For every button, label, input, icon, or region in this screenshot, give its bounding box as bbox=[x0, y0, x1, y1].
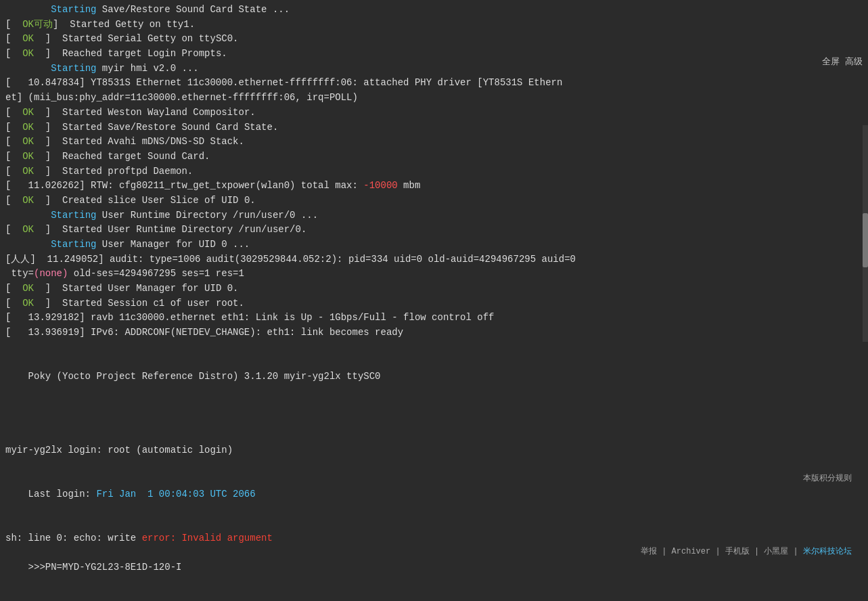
board-rules-label[interactable]: 本版积分规则 bbox=[803, 472, 852, 485]
terminal-line: Starting Save/Restore Sound Card State .… bbox=[5, 3, 863, 18]
line-text: [ bbox=[5, 107, 22, 118]
line-text: [ 13.936919] IPv6: ADDRCONF(NETDEV_CHANG… bbox=[5, 327, 403, 338]
line-text bbox=[5, 210, 51, 221]
terminal-line: myir-yg2lx login: root (automatic login) bbox=[5, 443, 863, 458]
terminal-line: [ OK ] Reached target Login Prompts. bbox=[5, 47, 863, 62]
line-text: ] Reached target Login Prompts. bbox=[34, 48, 227, 59]
terminal-line: [ OK ] Started Save/Restore Sound Card S… bbox=[5, 120, 863, 135]
line-text: ] Started proftpd Daemon. bbox=[34, 166, 193, 177]
line-text: >>>PN=MYD-YG2L23-8E1D-120-I bbox=[28, 562, 182, 573]
starting-keyword: Starting bbox=[51, 239, 96, 250]
last-login-date: Fri Jan 1 00:04:03 UTC 2066 bbox=[96, 489, 255, 499]
overlay-fullscreen-label[interactable]: 全屏 高级 bbox=[822, 55, 863, 68]
terminal-line: [ 13.936919] IPv6: ADDRCONF(NETDEV_CHANG… bbox=[5, 326, 863, 340]
line-text: ] Started Save/Restore Sound Card State. bbox=[34, 122, 278, 133]
terminal-line: Starting User Runtime Directory /run/use… bbox=[5, 208, 863, 223]
terminal-line: [ OK ] Started Weston Wayland Compositor… bbox=[5, 106, 863, 120]
line-text: ] Started Avahi mDNS/DNS-SD Stack. bbox=[34, 136, 244, 147]
ok-status: OK bbox=[22, 166, 34, 177]
terminal-line: et] (mii_bus:phy_addr=11c30000.ethernet-… bbox=[5, 91, 863, 106]
ok-status: OK bbox=[22, 298, 34, 309]
ok-status: OK bbox=[22, 107, 34, 118]
starting-keyword: Starting bbox=[51, 210, 96, 221]
terminal-line: [ 10.847834] YT8531S Ethernet 11c30000.e… bbox=[5, 76, 863, 91]
ok-status: OK bbox=[22, 195, 34, 206]
line-text: Poky (Yocto Project Reference Distro) 3.… bbox=[28, 371, 381, 382]
tty-value: (none) bbox=[34, 268, 68, 279]
line-text: tty= bbox=[5, 268, 34, 279]
ok-status: OK bbox=[22, 151, 34, 162]
line-text: sh: line 0: echo: write bbox=[5, 533, 142, 543]
line-text: [ 13.929182] ravb 11c30000.ethernet eth1… bbox=[5, 312, 495, 323]
line-text: User Runtime Directory /run/user/0 ... bbox=[96, 210, 318, 221]
ok-kanji: 可动 bbox=[34, 19, 53, 30]
terminal-line bbox=[5, 428, 863, 443]
line-text: [ bbox=[5, 283, 22, 294]
terminal-line: tty=(none) old-ses=4294967295 ses=1 res=… bbox=[5, 267, 863, 282]
ok-status: OK bbox=[22, 48, 34, 59]
terminal-line: Last login: Fri Jan 1 00:04:03 UTC 2066 … bbox=[5, 472, 863, 531]
line-text: [ bbox=[5, 151, 22, 162]
line-text: mbm bbox=[398, 180, 421, 191]
terminal-line: Starting myir hmi v2.0 ... bbox=[5, 62, 863, 76]
line-text: [ bbox=[5, 166, 22, 177]
line-text bbox=[5, 63, 51, 74]
line-text: et] (mii_bus:phy_addr=11c30000.ethernet-… bbox=[5, 92, 358, 103]
terminal-line: [ OK ] Started Session c1 of user root. bbox=[5, 296, 863, 311]
terminal-window: Starting Save/Restore Sound Card State .… bbox=[0, 0, 868, 601]
line-text: User Manager for UID 0 ... bbox=[96, 239, 250, 250]
terminal-line: [ OK ] Started User Runtime Directory /r… bbox=[5, 223, 863, 238]
terminal-line: [ OK ] Started User Manager for UID 0. bbox=[5, 282, 863, 296]
line-text: ] Started User Manager for UID 0. bbox=[34, 283, 238, 294]
terminal-line: >>>PN=MYD-YG2L23-8E1D-120-I 举报 | Archive… bbox=[5, 546, 863, 601]
terminal-line: Starting User Manager for UID 0 ... bbox=[5, 238, 863, 252]
terminal-line: [人人] 11.249052] audit: type=1006 audit(3… bbox=[5, 252, 863, 267]
line-text: myir hmi v2.0 ... bbox=[96, 63, 198, 74]
forum-links[interactable]: 米尔科技论坛 bbox=[803, 547, 852, 556]
line-text bbox=[5, 239, 51, 250]
line-text bbox=[5, 4, 51, 15]
last-login-label: Last login: bbox=[28, 489, 97, 499]
line-text: [人人] 11.249052] audit: type=1006 audit(3… bbox=[5, 254, 576, 265]
line-text: [ bbox=[5, 224, 22, 235]
line-text: ] Created slice User Slice of UID 0. bbox=[34, 195, 256, 206]
terminal-line: [ 11.026262] RTW: cfg80211_rtw_get_txpow… bbox=[5, 179, 863, 194]
line-text: ] Started Session c1 of user root. bbox=[34, 298, 244, 309]
ok-status: OK bbox=[22, 19, 34, 30]
line-text: [ 11.026262] RTW: cfg80211_rtw_get_txpow… bbox=[5, 180, 363, 191]
ok-status: OK bbox=[22, 224, 34, 235]
line-text: [ bbox=[5, 195, 22, 206]
terminal-line bbox=[5, 458, 863, 472]
line-text: ] Started User Runtime Directory /run/us… bbox=[34, 224, 306, 235]
number-value: -10000 bbox=[363, 180, 397, 191]
starting-keyword: Starting bbox=[51, 63, 96, 74]
terminal-line: [ OK ] Started Serial Getty on ttySC0. bbox=[5, 32, 863, 47]
line-text: ] Started Serial Getty on ttySC0. bbox=[34, 33, 238, 44]
line-text: [ 10.847834] YT8531S Ethernet 11c30000.e… bbox=[5, 77, 562, 88]
terminal-line: [ 13.929182] ravb 11c30000.ethernet eth1… bbox=[5, 311, 863, 326]
fullscreen-text[interactable]: 全屏 高级 bbox=[822, 57, 863, 67]
line-text: old-ses=4294967295 ses=1 res=1 bbox=[68, 268, 244, 279]
line-text: ] Started Getty on tty1. bbox=[53, 19, 195, 30]
ok-status: OK bbox=[22, 122, 34, 133]
line-text: ] Started Weston Wayland Compositor. bbox=[34, 107, 256, 118]
line-text: [ bbox=[5, 298, 22, 309]
starting-keyword: Starting bbox=[51, 4, 96, 15]
line-text: [ bbox=[5, 48, 22, 59]
forum-bar[interactable]: 举报 | Archiver | 手机版 | 小黑屋 | 米尔科技论坛 bbox=[641, 546, 852, 558]
terminal-line: [ OK可动] Started Getty on tty1. bbox=[5, 18, 863, 32]
ok-status: OK bbox=[22, 283, 34, 294]
terminal-line: [ OK ] Started Avahi mDNS/DNS-SD Stack. bbox=[5, 135, 863, 150]
terminal-line: [ OK ] Created slice User Slice of UID 0… bbox=[5, 194, 863, 208]
terminal-line: [ OK ] Started proftpd Daemon. bbox=[5, 164, 863, 179]
terminal-line: sh: line 0: echo: write error: Invalid a… bbox=[5, 531, 863, 546]
line-text: [ bbox=[5, 33, 22, 44]
line-text: [ bbox=[5, 122, 22, 133]
line-text: myir-yg2lx login: root (automatic login) bbox=[5, 445, 233, 455]
error-text: error: Invalid argument bbox=[142, 533, 273, 543]
line-text: Save/Restore Sound Card State ... bbox=[96, 4, 290, 15]
terminal-line bbox=[5, 340, 863, 355]
ok-status: OK bbox=[22, 33, 34, 44]
line-text: [ bbox=[5, 136, 22, 147]
terminal-line: [ OK ] Reached target Sound Card. bbox=[5, 150, 863, 164]
